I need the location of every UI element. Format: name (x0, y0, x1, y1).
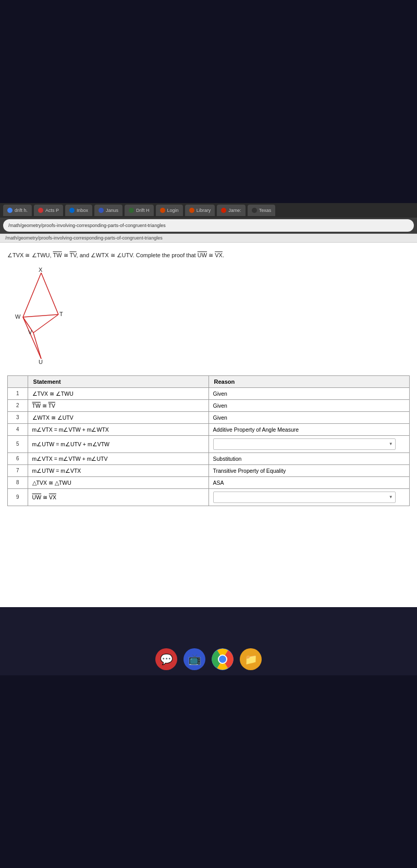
table-row: 3 ∠WTX ≅ ∠UTV Given (8, 411, 410, 423)
tab-janus[interactable]: Janus (94, 205, 122, 216)
row-num-8: 8 (8, 476, 28, 488)
tab-inbox[interactable]: Inbox (65, 205, 92, 216)
taskbar-tv-icon[interactable]: 📺 (183, 648, 205, 670)
reason-5-dropdown[interactable]: ▼ (213, 438, 396, 450)
tab-icon-login (160, 208, 165, 213)
row-num-1: 1 (8, 387, 28, 399)
dark-bottom-area (0, 675, 417, 868)
statement-5: m∠UTW = m∠UTV + m∠VTW (28, 435, 208, 452)
tab-icon-inbox (69, 208, 75, 213)
geometry-figure: X W T V U (13, 268, 80, 366)
statement-6: m∠VTX = m∠VTW + m∠UTV (28, 452, 208, 464)
svg-line-5 (23, 315, 58, 317)
tab-icon-drift (7, 208, 13, 213)
svg-text:X: X (39, 268, 43, 273)
table-row: 6 m∠VTX = m∠VTW + m∠UTV Substitution (8, 452, 410, 464)
header-reason: Reason (208, 375, 410, 387)
svg-text:V: V (28, 329, 32, 335)
row-num-4: 4 (8, 423, 28, 435)
reason-1: Given (208, 387, 410, 399)
row-num-5: 5 (8, 435, 28, 452)
svg-line-0 (23, 273, 41, 317)
tab-icon-texas (252, 208, 257, 213)
problem-statement: ∠TVX ≅ ∠TWU, TW ≅ TV, and ∠WTX ≅ ∠UTV. C… (7, 251, 410, 260)
taskbar-messaging-icon[interactable]: 💬 (155, 648, 177, 670)
chevron-down-icon: ▼ (389, 442, 393, 446)
reason-2: Given (208, 399, 410, 411)
svg-line-3 (33, 315, 58, 333)
reason-6: Substitution (208, 452, 410, 464)
proof-content: ∠TVX ≅ ∠TWU, TW ≅ TV, and ∠WTX ≅ ∠UTV. C… (0, 243, 417, 514)
statement-4: m∠VTX = m∠VTW + m∠WTX (28, 423, 208, 435)
taskbar-chrome-icon[interactable] (212, 648, 234, 670)
svg-text:T: T (59, 311, 63, 317)
table-row: 4 m∠VTX = m∠VTW + m∠WTX Additive Propert… (8, 423, 410, 435)
header-statement: Statement (28, 375, 208, 387)
svg-text:U: U (39, 359, 43, 364)
tab-icon-acts (38, 208, 43, 213)
table-row: 9 UW ≅ VX ▼ (8, 488, 410, 506)
taskbar-files-icon[interactable]: 📁 (240, 648, 262, 670)
tab-icon-janus (99, 208, 104, 213)
url-text: /math/geometry/proofs-involving-correspo… (8, 223, 166, 228)
reason-5[interactable]: ▼ (208, 435, 410, 452)
statement-9: UW ≅ VX (28, 488, 208, 506)
browser-chrome: drift h. Acts P Inbox Janus Drift H Logi… (0, 203, 417, 234)
row-num-7: 7 (8, 464, 28, 476)
svg-line-1 (23, 317, 41, 359)
tab-icon-drifth (129, 208, 134, 213)
browser-tabs: drift h. Acts P Inbox Janus Drift H Logi… (0, 203, 417, 218)
reason-3: Given (208, 411, 410, 423)
table-row: 5 m∠UTW = m∠UTV + m∠VTW ▼ (8, 435, 410, 452)
url-bar: /math/geometry/proofs-involving-correspo… (0, 234, 417, 243)
proof-table: Statement Reason 1 ∠TVX ≅ ∠TWU Given 2 T… (7, 375, 410, 506)
row-num-3: 3 (8, 411, 28, 423)
tab-library[interactable]: Library (185, 205, 215, 216)
row-num-2: 2 (8, 399, 28, 411)
statement-3: ∠WTX ≅ ∠UTV (28, 411, 208, 423)
taskbar: 💬 📺 📁 (0, 643, 417, 675)
row-num-6: 6 (8, 452, 28, 464)
tab-login[interactable]: Login (156, 205, 183, 216)
svg-line-2 (41, 273, 58, 315)
statement-8: △TVX ≅ △TWU (28, 476, 208, 488)
tv-symbol: 📺 (188, 653, 201, 665)
address-bar[interactable]: /math/geometry/proofs-involving-correspo… (3, 219, 414, 232)
files-symbol: 📁 (244, 653, 257, 665)
table-row: 2 TW ≅ TV Given (8, 399, 410, 411)
dark-top-area (0, 0, 417, 203)
statement-7: m∠UTW = m∠VTX (28, 464, 208, 476)
statement-2: TW ≅ TV (28, 399, 208, 411)
table-row: 7 m∠UTW = m∠VTX Transitive Property of E… (8, 464, 410, 476)
tab-texas[interactable]: Texas (248, 205, 276, 216)
tab-icon-jame (221, 208, 226, 213)
tab-jame[interactable]: Jame: (217, 205, 246, 216)
svg-text:W: W (15, 313, 21, 320)
chevron-down-icon: ▼ (389, 495, 393, 499)
reason-4: Additive Property of Angle Measure (208, 423, 410, 435)
row-num-9: 9 (8, 488, 28, 506)
browser-content: ∠TVX ≅ ∠TWU, TW ≅ TV, and ∠WTX ≅ ∠UTV. C… (0, 243, 417, 607)
table-row: 8 △TVX ≅ △TWU ASA (8, 476, 410, 488)
svg-point-14 (219, 656, 226, 663)
url-display: /math/geometry/proofs-involving-correspo… (5, 235, 163, 241)
header-num (8, 375, 28, 387)
messaging-symbol: 💬 (160, 653, 173, 665)
tab-acts[interactable]: Acts P (34, 205, 63, 216)
tab-icon-library (189, 208, 194, 213)
reason-9[interactable]: ▼ (208, 488, 410, 506)
tab-drifth[interactable]: Drift H (125, 205, 154, 216)
reason-8: ASA (208, 476, 410, 488)
reason-7: Transitive Property of Equality (208, 464, 410, 476)
svg-line-4 (33, 333, 41, 359)
reason-9-dropdown[interactable]: ▼ (213, 492, 396, 503)
statement-1: ∠TVX ≅ ∠TWU (28, 387, 208, 399)
table-row: 1 ∠TVX ≅ ∠TWU Given (8, 387, 410, 399)
tab-drift[interactable]: drift h. (3, 205, 32, 216)
